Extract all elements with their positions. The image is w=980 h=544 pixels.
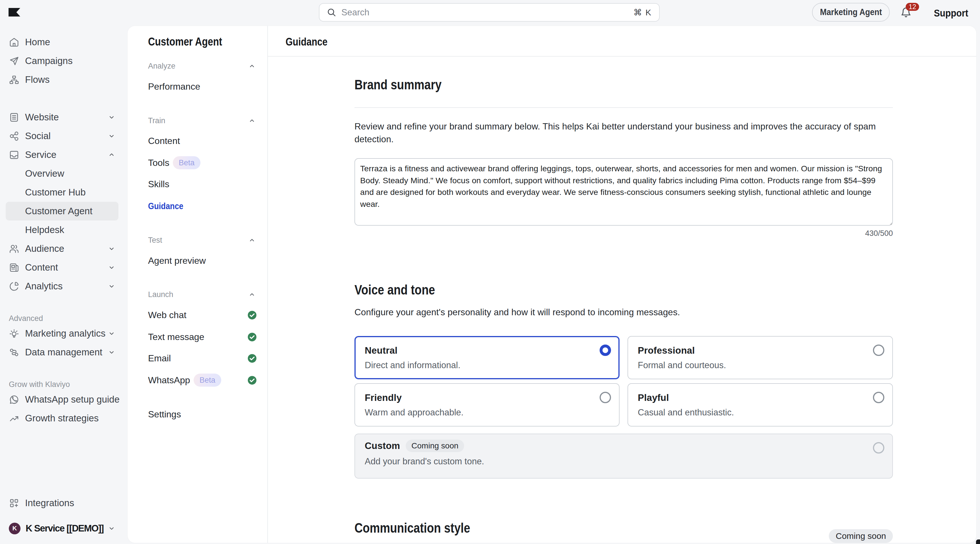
sidebar-item-home[interactable]: Home: [6, 33, 118, 51]
subnav-item-tools[interactable]: Tools Beta: [148, 152, 258, 174]
account-switcher[interactable]: K K Service [[DEMO]]: [6, 519, 118, 538]
voice-option-professional[interactable]: Professional Formal and courteous.: [627, 336, 893, 379]
org-name: K Service [[DEMO]]: [25, 523, 103, 534]
sidebar-item-flows[interactable]: Flows: [6, 70, 118, 89]
voice-options-grid: Neutral Direct and informational. Profes…: [355, 336, 893, 427]
sidebar-item-analytics[interactable]: Analytics: [6, 277, 118, 296]
main-panel: Customer Agent Analyze Performance Train…: [127, 26, 976, 543]
coming-soon-badge: Coming soon: [829, 529, 893, 543]
sidebar-item-audience[interactable]: Audience: [6, 239, 118, 258]
chevron-up-icon: [248, 117, 256, 125]
chevron-down-icon: [108, 330, 116, 338]
marketing-agent-label: Marketing Agent: [820, 7, 882, 17]
chevron-up-icon: [248, 290, 256, 298]
voice-option-friendly[interactable]: Friendly Warm and approachable.: [355, 383, 620, 427]
brand-summary-description: Review and refine your brand summary bel…: [355, 120, 893, 146]
sidebar-item-marketing-analytics[interactable]: Marketing analytics: [6, 324, 118, 343]
sidebar-bottom: Integrations K K Service [[DEMO]]: [0, 494, 127, 544]
voice-option-playful[interactable]: Playful Casual and enthusiastic.: [627, 383, 893, 427]
customer-agent-subnav: Customer Agent Analyze Performance Train…: [127, 26, 268, 543]
bulb-icon: [9, 328, 19, 339]
radio-disabled-icon: [873, 442, 885, 454]
sidebar-item-website[interactable]: Website: [6, 108, 118, 127]
voice-option-neutral[interactable]: Neutral Direct and informational.: [355, 336, 620, 379]
subnav-item-skills[interactable]: Skills: [148, 173, 258, 195]
chevron-up-icon: [248, 236, 256, 244]
sidebar-item-whatsapp-setup-guide[interactable]: WhatsApp setup guide: [6, 390, 118, 409]
section-divider: [355, 107, 893, 108]
chevron-up-icon: [248, 62, 256, 70]
search-placeholder: Search: [341, 7, 369, 17]
marketing-agent-button[interactable]: Marketing Agent: [812, 3, 890, 22]
subnav-item-agent-preview[interactable]: Agent preview: [148, 250, 258, 271]
chevron-up-icon: [108, 151, 116, 159]
subnav-item-performance[interactable]: Performance: [148, 76, 258, 97]
voice-and-tone-heading: Voice and tone: [355, 282, 435, 298]
website-icon: [9, 112, 19, 123]
chevron-down-icon: [108, 132, 116, 140]
support-link[interactable]: Support: [934, 0, 972, 26]
whatsapp-icon: [9, 394, 19, 405]
radio-unselected-icon[interactable]: [873, 392, 885, 403]
radio-selected-icon[interactable]: [600, 344, 611, 356]
subnav-item-settings[interactable]: Settings: [148, 403, 258, 425]
subnav-item-text-message[interactable]: Text message: [148, 326, 258, 348]
subnav-item-guidance[interactable]: Guidance: [148, 195, 258, 217]
sidebar: Home Campaigns Flows Website Social: [0, 26, 127, 544]
subnav-section-train[interactable]: Train: [148, 110, 258, 132]
communication-style-heading: Communication style: [355, 520, 470, 536]
subnav-item-web-chat[interactable]: Web chat: [148, 304, 258, 326]
custom-card-header: Custom Coming soon: [365, 439, 884, 452]
subnav-section-analyze[interactable]: Analyze: [148, 55, 258, 77]
brand-summary-textarea[interactable]: Terraza is a fitness and activewear bran…: [355, 158, 893, 226]
sidebar-section-grow: Grow with Klaviyo: [9, 379, 127, 390]
sidebar-item-growth-strategies[interactable]: Growth strategies: [6, 409, 118, 428]
content-icon: [9, 262, 19, 273]
audience-icon: [9, 244, 19, 254]
sidebar-item-social[interactable]: Social: [6, 127, 118, 145]
send-icon: [9, 56, 19, 66]
page-header: Guidance: [268, 26, 976, 57]
notification-badge: 12: [906, 3, 919, 11]
chevron-down-icon: [108, 113, 116, 121]
notifications-button[interactable]: 12: [900, 5, 920, 21]
subnav-item-content[interactable]: Content: [148, 130, 258, 152]
sidebar-item-campaigns[interactable]: Campaigns: [6, 51, 118, 70]
sidebar-item-customer-agent[interactable]: Customer Agent: [6, 202, 118, 220]
subnav-section-launch[interactable]: Launch: [148, 284, 258, 305]
sidebar-item-content[interactable]: Content: [6, 258, 118, 277]
home-icon: [9, 37, 19, 48]
search-input[interactable]: Search ⌘ K: [319, 3, 660, 22]
search-shortcut: ⌘ K: [633, 7, 652, 17]
chevron-down-icon: [108, 282, 116, 290]
sidebar-item-helpdesk[interactable]: Helpdesk: [6, 220, 118, 239]
coming-soon-badge: Coming soon: [406, 439, 464, 452]
flows-icon: [9, 75, 19, 85]
guidance-content: Brand summary Review and refine your bra…: [268, 57, 976, 543]
sidebar-item-integrations[interactable]: Integrations: [6, 494, 118, 512]
integrations-icon: [9, 498, 19, 508]
brand-summary-heading: Brand summary: [355, 76, 442, 92]
sidebar-item-customer-hub[interactable]: Customer Hub: [6, 183, 118, 202]
beta-badge: Beta: [173, 156, 201, 169]
subnav-section-test[interactable]: Test: [148, 229, 258, 251]
subnav-title: Customer Agent: [148, 35, 222, 48]
sidebar-item-data-management[interactable]: Data management: [6, 343, 118, 362]
sidebar-item-service[interactable]: Service: [6, 145, 118, 164]
check-circle-icon: [247, 311, 257, 320]
page-title: Guidance: [286, 27, 328, 57]
check-circle-icon: [247, 376, 257, 385]
analytics-pie-icon: [9, 281, 19, 292]
klaviyo-logo-icon[interactable]: [8, 8, 20, 16]
sidebar-item-overview[interactable]: Overview: [6, 164, 118, 183]
radio-unselected-icon[interactable]: [873, 344, 885, 356]
check-circle-icon: [247, 354, 257, 363]
radio-unselected-icon[interactable]: [600, 392, 611, 403]
sidebar-section-advanced: Advanced: [9, 313, 127, 324]
beta-badge: Beta: [194, 374, 221, 387]
corner-widget[interactable]: [976, 539, 980, 544]
service-inbox-icon: [9, 150, 19, 160]
subnav-item-whatsapp[interactable]: WhatsApp Beta: [148, 369, 258, 391]
org-avatar: K: [9, 523, 21, 534]
subnav-item-email[interactable]: Email: [148, 347, 258, 369]
